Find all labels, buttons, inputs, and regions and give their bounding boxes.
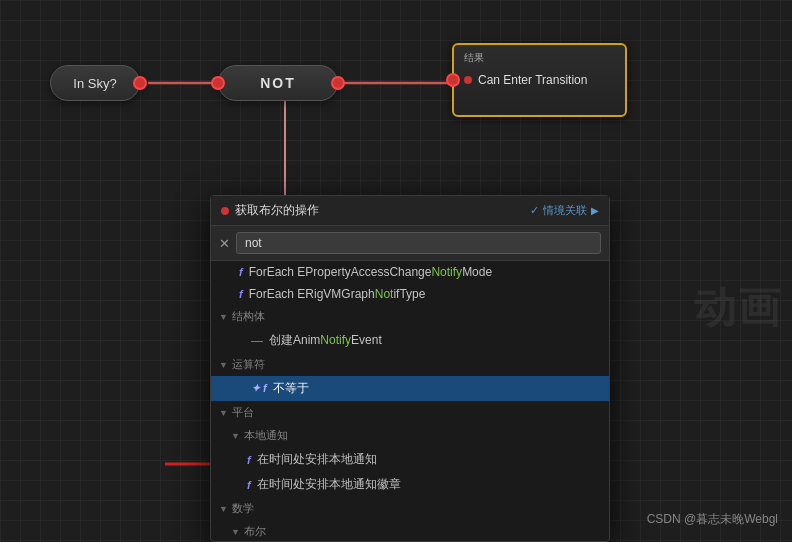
context-link-label: 情境关联 xyxy=(543,203,587,218)
dropdown-title-dot xyxy=(221,207,229,215)
category-platform-label: 平台 xyxy=(232,405,254,420)
list-item-foreach-eproperty[interactable]: f ForEach EPropertyAccessChangeNotifyMod… xyxy=(211,261,609,283)
category-platform: ▼ 平台 xyxy=(211,401,609,424)
item-6-text: 不等于 xyxy=(273,380,309,397)
category-math-label: 数学 xyxy=(232,501,254,516)
category-triangle-6: ▼ xyxy=(231,527,240,537)
node-result-title: 结果 xyxy=(464,51,484,65)
item-10-text: 在时间处安排本地通知徽章 xyxy=(257,476,401,493)
dropdown-title-label: 获取布尔的操作 xyxy=(235,202,319,219)
fn-icon-4: f xyxy=(247,454,251,466)
category-bool-label: 布尔 xyxy=(244,524,266,539)
csdn-credit: CSDN @暮志未晚Webgl xyxy=(647,511,778,528)
context-link[interactable]: ✓ 情境关联 ▶ xyxy=(530,203,599,218)
watermark-text: 动画 xyxy=(694,280,782,336)
dropdown-header: 获取布尔的操作 ✓ 情境关联 ▶ xyxy=(211,196,609,226)
list-item-schedule-notify[interactable]: f 在时间处安排本地通知 xyxy=(211,447,609,472)
list-item-not-equal[interactable]: ✦ f 不等于 xyxy=(211,376,609,401)
dropdown-panel: 获取布尔的操作 ✓ 情境关联 ▶ ✕ f ForEach EPropertyAc… xyxy=(210,195,610,542)
category-triangle-5: ▼ xyxy=(219,504,228,514)
category-struct: ▼ 结构体 xyxy=(211,305,609,328)
node-not-label: NOT xyxy=(260,75,296,91)
node-in-sky-label: In Sky? xyxy=(73,76,116,91)
item-2-text: ForEach ERigVMGraphNotifType xyxy=(249,287,426,301)
category-triangle-4: ▼ xyxy=(231,431,240,441)
clear-search-button[interactable]: ✕ xyxy=(219,236,230,251)
category-operator-label: 运算符 xyxy=(232,357,265,372)
context-arrow-icon: ▶ xyxy=(591,205,599,216)
category-triangle-3: ▼ xyxy=(219,408,228,418)
category-bool: ▼ 布尔 xyxy=(211,520,609,541)
category-triangle-1: ▼ xyxy=(219,312,228,322)
list-item-schedule-notify-badge[interactable]: f 在时间处安排本地通知徽章 xyxy=(211,472,609,497)
category-local-notify-label: 本地通知 xyxy=(244,428,288,443)
list-item-create-anim-notify[interactable]: — 创建AnimNotifyEvent xyxy=(211,328,609,353)
search-bar: ✕ xyxy=(211,226,609,261)
node-not[interactable]: NOT xyxy=(218,65,338,101)
node-result[interactable]: 结果 Can Enter Transition xyxy=(452,43,627,117)
fn-icon-2: f xyxy=(239,288,243,300)
dropdown-list[interactable]: f ForEach EPropertyAccessChangeNotifyMod… xyxy=(211,261,609,541)
fn-icon-5: f xyxy=(247,479,251,491)
category-local-notify: ▼ 本地通知 xyxy=(211,424,609,447)
search-input[interactable] xyxy=(236,232,601,254)
dropdown-title: 获取布尔的操作 xyxy=(221,202,319,219)
node-not-output-pin[interactable] xyxy=(331,76,345,90)
node-result-input-pin[interactable] xyxy=(446,73,460,87)
item-1-text: ForEach EPropertyAccessChangeNotifyMode xyxy=(249,265,492,279)
category-struct-label: 结构体 xyxy=(232,309,265,324)
fn-icon-1: f xyxy=(239,266,243,278)
item-9-text: 在时间处安排本地通知 xyxy=(257,451,377,468)
dash-icon-1: — xyxy=(251,334,263,348)
list-item-foreach-erigvm[interactable]: f ForEach ERigVMGraphNotifType xyxy=(211,283,609,305)
result-red-dot xyxy=(464,76,472,84)
node-result-content: Can Enter Transition xyxy=(464,73,587,87)
category-triangle-2: ▼ xyxy=(219,360,228,370)
category-operator: ▼ 运算符 xyxy=(211,353,609,376)
fn-icon-3: ✦ f xyxy=(251,382,267,395)
category-math: ▼ 数学 xyxy=(211,497,609,520)
item-4-text: 创建AnimNotifyEvent xyxy=(269,332,382,349)
node-in-sky[interactable]: In Sky? xyxy=(50,65,140,101)
checkmark-icon: ✓ xyxy=(530,204,539,217)
node-result-label: Can Enter Transition xyxy=(478,73,587,87)
node-not-input-pin[interactable] xyxy=(211,76,225,90)
node-in-sky-output-pin[interactable] xyxy=(133,76,147,90)
